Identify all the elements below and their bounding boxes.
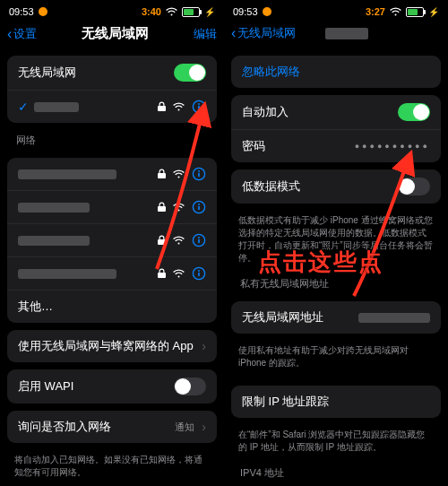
- lock-icon: [158, 101, 166, 112]
- autojoin-switch[interactable]: [398, 103, 430, 121]
- private-addr-value: [358, 313, 430, 323]
- apps-row[interactable]: 使用无线局域网与蜂窝网络的 App ›: [7, 330, 217, 362]
- limit-ip-label: 限制 IP 地址跟踪: [242, 394, 329, 410]
- wapi-row[interactable]: 启用 WAPI: [7, 369, 217, 404]
- battery-icon: [406, 7, 424, 17]
- ask-join-footer: 将自动加入已知网络。如果没有已知网络，将通知您有可用网络。: [0, 450, 224, 486]
- password-row[interactable]: 密码 ●●●●●●●●●●: [231, 129, 441, 162]
- network-row[interactable]: [7, 158, 217, 190]
- chevron-left-icon: ‹: [231, 26, 236, 40]
- wifi-toggle-row[interactable]: 无线局域网: [7, 56, 217, 90]
- chevron-right-icon: ›: [202, 339, 206, 353]
- wapi-group: 启用 WAPI: [7, 369, 217, 404]
- ask-join-label: 询问是否加入网络: [18, 419, 111, 435]
- svg-point-7: [198, 204, 200, 205]
- nav-bar: ‹ 设置 无线局域网 编辑: [0, 22, 224, 49]
- apps-group: 使用无线局域网与蜂窝网络的 App ›: [7, 330, 217, 362]
- network-name: [18, 269, 116, 279]
- info-icon[interactable]: [192, 167, 206, 181]
- limit-ip-row[interactable]: 限制 IP 地址跟踪: [231, 386, 441, 418]
- private-header: 私有无线局域网地址: [224, 273, 448, 294]
- network-row[interactable]: [7, 190, 217, 223]
- ipv4-header: IPV4 地址: [224, 463, 448, 483]
- status-bar: 09:53 3:27 ⚡: [224, 0, 448, 22]
- lowdata-row[interactable]: 低数据模式: [231, 169, 441, 204]
- autojoin-row[interactable]: 自动加入: [231, 95, 441, 129]
- ask-join-row[interactable]: 询问是否加入网络 通知 ›: [7, 411, 217, 443]
- back-button[interactable]: ‹ 无线局域网: [231, 25, 296, 41]
- chevron-left-icon: ‹: [7, 27, 12, 41]
- lock-icon: [158, 235, 166, 246]
- limit-ip-footer: 在“邮件”和 Safari 浏览器中对已知跟踪器隐藏您的 IP 地址，从而限制 …: [224, 425, 448, 463]
- nav-bar: ‹ 无线局域网: [224, 22, 448, 48]
- forget-row[interactable]: 忽略此网络: [231, 56, 441, 88]
- current-network-name: [34, 102, 79, 112]
- svg-rect-2: [198, 106, 200, 110]
- edit-button[interactable]: 编辑: [194, 26, 217, 42]
- status-time: 09:53: [9, 6, 34, 17]
- lock-icon: [158, 202, 166, 213]
- info-icon[interactable]: [192, 100, 206, 114]
- lowdata-group: 低数据模式: [231, 169, 441, 204]
- apps-label: 使用无线局域网与蜂窝网络的 App: [18, 338, 194, 354]
- private-footer: 使用私有地址有助于减少对跨无线局域网对 iPhone 的跟踪。: [224, 341, 448, 378]
- back-label: 设置: [13, 26, 37, 42]
- wifi-switch[interactable]: [174, 64, 206, 82]
- svg-point-1: [198, 103, 200, 105]
- charging-icon: ⚡: [204, 7, 215, 17]
- other-label: 其他…: [18, 299, 53, 315]
- page-title-masked: [325, 28, 368, 39]
- wifi-icon: [173, 102, 185, 111]
- charging-icon: ⚡: [428, 7, 439, 17]
- network-row[interactable]: [7, 256, 217, 290]
- join-password-group: 自动加入 密码 ●●●●●●●●●●: [231, 95, 441, 162]
- check-icon: ✓: [18, 100, 29, 114]
- page-title: 无线局域网: [82, 25, 149, 42]
- alarm-icon: [263, 7, 271, 16]
- wapi-label: 启用 WAPI: [18, 378, 73, 395]
- forget-group: 忽略此网络: [231, 56, 441, 88]
- private-addr-row[interactable]: 无线局域网地址: [231, 301, 441, 334]
- wapi-switch[interactable]: [174, 378, 206, 395]
- info-icon[interactable]: [192, 200, 206, 214]
- back-label: 无线局域网: [237, 25, 296, 41]
- svg-rect-5: [198, 173, 200, 178]
- ask-join-group: 询问是否加入网络 通知 ›: [7, 411, 217, 443]
- wifi-icon: [173, 269, 185, 278]
- wifi-icon: [173, 203, 185, 212]
- svg-point-10: [198, 237, 200, 239]
- forget-label: 忽略此网络: [242, 64, 300, 80]
- current-network-row[interactable]: ✓: [7, 90, 217, 123]
- networks-group: 其他…: [7, 158, 217, 323]
- svg-point-4: [198, 170, 200, 172]
- network-name: [18, 203, 90, 213]
- wifi-toggle-label: 无线局域网: [18, 65, 76, 81]
- wifi-icon: [390, 7, 401, 16]
- status-alt-time: 3:40: [142, 6, 161, 17]
- svg-rect-14: [198, 273, 200, 277]
- lock-icon: [158, 268, 166, 279]
- network-row[interactable]: [7, 223, 217, 256]
- private-addr-group: 无线局域网地址: [231, 301, 441, 334]
- lowdata-label: 低数据模式: [242, 178, 300, 195]
- svg-rect-8: [198, 206, 200, 211]
- lock-icon: [158, 169, 166, 179]
- alarm-icon: [39, 7, 47, 16]
- private-addr-label: 无线局域网地址: [242, 309, 323, 325]
- status-time: 09:53: [233, 6, 258, 17]
- wifi-master-group: 无线局域网 ✓: [7, 56, 217, 123]
- wifi-icon: [173, 236, 185, 245]
- right-phone: 09:53 3:27 ⚡ ‹ 无线局域网 忽略: [224, 0, 448, 486]
- networks-header: 网络: [0, 130, 224, 151]
- info-icon[interactable]: [192, 266, 206, 281]
- password-mask[interactable]: ●●●●●●●●●●: [355, 142, 430, 151]
- network-name: [18, 236, 90, 246]
- ask-join-value: 通知: [175, 421, 194, 434]
- status-alt-time: 3:27: [366, 6, 385, 17]
- other-network-row[interactable]: 其他…: [7, 290, 217, 323]
- lowdata-switch[interactable]: [398, 178, 430, 195]
- lowdata-footer: 低数据模式有助于减少 iPhone 通过蜂窝网络或您选择的特定无线局域网使用的数…: [224, 211, 448, 273]
- back-button[interactable]: ‹ 设置: [7, 26, 37, 42]
- info-icon[interactable]: [192, 233, 206, 247]
- password-label: 密码: [242, 138, 265, 154]
